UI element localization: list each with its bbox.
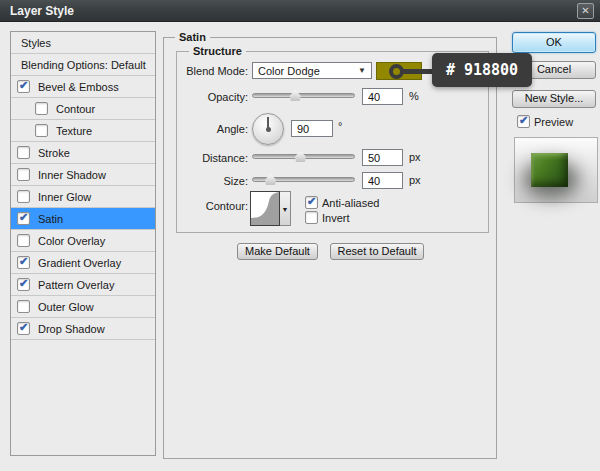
- sidebar-item-stroke[interactable]: Stroke: [11, 142, 155, 164]
- blend-mode-value: Color Dodge: [258, 65, 320, 77]
- size-slider: [252, 173, 355, 185]
- distance-slider-thumb[interactable]: [294, 151, 307, 162]
- sidebar-item-label: Inner Glow: [38, 191, 91, 203]
- angle-input[interactable]: [291, 120, 333, 137]
- angle-unit: °: [338, 120, 342, 132]
- reset-to-default-button[interactable]: Reset to Default: [330, 243, 424, 260]
- close-button[interactable]: ✕: [577, 3, 594, 19]
- sidebar-item-label: Outer Glow: [38, 301, 94, 313]
- new-style-button[interactable]: New Style...: [512, 90, 596, 108]
- size-slider-thumb[interactable]: [264, 174, 277, 185]
- tooltip-connector: [403, 69, 432, 74]
- distance-label: Distance:: [168, 152, 248, 164]
- sidebar-item-drop-shadow[interactable]: ✔Drop Shadow: [11, 318, 155, 340]
- sidebar-item-label: Pattern Overlay: [38, 279, 114, 291]
- sidebar-item-gradient-overlay[interactable]: ✔Gradient Overlay: [11, 252, 155, 274]
- sidebar-item-bevel-emboss[interactable]: ✔Bevel & Emboss: [11, 76, 155, 98]
- drop-shadow-checkbox[interactable]: ✔: [17, 322, 30, 335]
- color-overlay-checkbox[interactable]: [17, 234, 30, 247]
- sidebar-item-pattern-overlay[interactable]: ✔Pattern Overlay: [11, 274, 155, 296]
- sidebar-item-label: Inner Shadow: [38, 169, 106, 181]
- style-preview-thumbnail: [514, 137, 598, 203]
- inner-shadow-checkbox[interactable]: [17, 168, 30, 181]
- ok-button[interactable]: OK: [512, 32, 596, 53]
- distance-input[interactable]: [362, 149, 403, 166]
- blend-mode-label: Blend Mode:: [168, 65, 248, 77]
- checkmark-icon: ✔: [19, 277, 28, 290]
- opacity-label: Opacity:: [168, 91, 248, 103]
- sidebar-item-label: Satin: [38, 213, 63, 225]
- preview-checkbox[interactable]: ✔: [517, 115, 530, 128]
- layer-style-dialog: Layer Style ✕ StylesBlending Options: De…: [0, 0, 600, 471]
- dialog-title: Layer Style: [10, 4, 74, 18]
- bevel-emboss-checkbox[interactable]: ✔: [17, 80, 30, 93]
- sidebar-item-label: Stroke: [38, 147, 70, 159]
- distance-unit: px: [409, 151, 421, 163]
- opacity-slider-thumb[interactable]: [289, 90, 302, 101]
- checkmark-icon: ✔: [19, 255, 28, 268]
- contour-label: Contour:: [168, 200, 248, 212]
- sidebar-item-outer-glow[interactable]: Outer Glow: [11, 296, 155, 318]
- sidebar-item-satin[interactable]: ✔Satin: [11, 208, 155, 230]
- preview-cube: [531, 153, 568, 187]
- sidebar-item-label: Gradient Overlay: [38, 257, 121, 269]
- inner-glow-checkbox[interactable]: [17, 190, 30, 203]
- color-hex-value: # 918800: [446, 61, 518, 79]
- satin-checkbox[interactable]: ✔: [17, 212, 30, 225]
- sidebar-item-label: Blending Options: Default: [21, 59, 146, 71]
- size-unit: px: [409, 174, 421, 186]
- sidebar-item-label: Color Overlay: [38, 235, 105, 247]
- pattern-overlay-checkbox[interactable]: ✔: [17, 278, 30, 291]
- angle-label: Angle:: [168, 123, 248, 135]
- contour-picker-button[interactable]: ▼: [280, 191, 291, 226]
- color-sample-ring-icon: [389, 64, 404, 79]
- angle-dial[interactable]: [252, 113, 284, 145]
- blend-mode-dropdown[interactable]: Color Dodge ▼: [252, 62, 372, 79]
- sidebar-item-inner-shadow[interactable]: Inner Shadow: [11, 164, 155, 186]
- sidebar-item-inner-glow[interactable]: Inner Glow: [11, 186, 155, 208]
- checkmark-icon: ✔: [19, 321, 28, 334]
- sidebar-item-label: Contour: [56, 103, 95, 115]
- opacity-slider-track[interactable]: [252, 93, 355, 98]
- structure-legend: Structure: [189, 45, 246, 57]
- sidebar-item-blending-options-default[interactable]: Blending Options: Default: [11, 54, 155, 76]
- gradient-overlay-checkbox[interactable]: ✔: [17, 256, 30, 269]
- checkmark-icon: ✔: [19, 211, 28, 224]
- contour-thumbnail[interactable]: [250, 191, 280, 226]
- sidebar-item-label: Drop Shadow: [38, 323, 105, 335]
- outer-glow-checkbox[interactable]: [17, 300, 30, 313]
- opacity-input[interactable]: [362, 88, 403, 105]
- distance-slider: [252, 150, 355, 162]
- sidebar-item-color-overlay[interactable]: Color Overlay: [11, 230, 155, 252]
- angle-hub-icon: [266, 127, 271, 132]
- anti-aliased-checkbox[interactable]: ✔: [305, 196, 318, 209]
- invert-checkbox[interactable]: [305, 211, 318, 224]
- stroke-checkbox[interactable]: [17, 146, 30, 159]
- close-icon: ✕: [581, 5, 589, 16]
- size-input[interactable]: [362, 172, 403, 189]
- opacity-unit: %: [409, 90, 419, 102]
- contour-checkbox[interactable]: [35, 102, 48, 115]
- preview-label: Preview: [534, 116, 573, 128]
- title-bar: Layer Style ✕: [0, 0, 600, 22]
- texture-checkbox[interactable]: [35, 124, 48, 137]
- sidebar-item-label: Texture: [56, 125, 92, 137]
- checkmark-icon: ✔: [519, 114, 528, 127]
- sidebar-item-label: Bevel & Emboss: [38, 81, 119, 93]
- make-default-button[interactable]: Make Default: [237, 243, 318, 260]
- color-tooltip: # 918800: [432, 53, 532, 87]
- sidebar-item-styles[interactable]: Styles: [11, 32, 155, 54]
- sidebar-item-label: Styles: [21, 37, 51, 49]
- chevron-down-icon: ▼: [358, 66, 366, 75]
- panel-legend: Satin: [175, 31, 210, 43]
- opacity-slider: [252, 89, 355, 101]
- sidebar-item-texture[interactable]: Texture: [11, 120, 155, 142]
- size-label: Size:: [168, 175, 248, 187]
- styles-list: StylesBlending Options: Default✔Bevel & …: [10, 31, 156, 456]
- anti-aliased-label: Anti-aliased: [322, 197, 379, 209]
- contour-curve-icon: [251, 192, 279, 225]
- sidebar-item-contour[interactable]: Contour: [11, 98, 155, 120]
- checkmark-icon: ✔: [307, 195, 316, 208]
- checkmark-icon: ✔: [19, 79, 28, 92]
- chevron-down-icon: ▼: [282, 206, 289, 213]
